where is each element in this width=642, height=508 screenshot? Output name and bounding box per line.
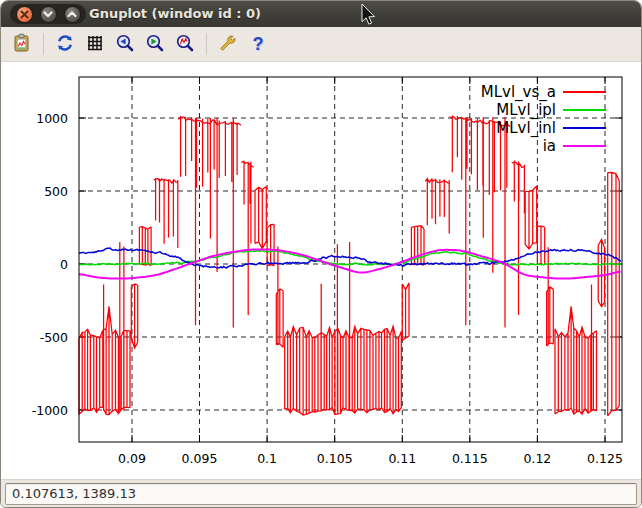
chevron-down-icon xyxy=(43,11,53,18)
close-icon xyxy=(20,10,29,19)
toolbar: ? xyxy=(1,27,641,62)
magnifier-right-arrow-icon xyxy=(145,33,165,56)
help-button[interactable]: ? xyxy=(244,30,272,58)
replot-button[interactable] xyxy=(51,30,79,58)
mouse-coordinates-field: 0.107613, 1389.13 xyxy=(5,483,637,505)
statusbar: 0.107613, 1389.13 xyxy=(1,479,641,508)
window-buttons xyxy=(10,4,86,24)
options-button[interactable] xyxy=(214,30,242,58)
clipboard-icon xyxy=(12,33,32,56)
toolbar-separator xyxy=(206,33,207,55)
refresh-icon xyxy=(55,33,75,56)
magnifier-left-arrow-icon xyxy=(115,33,135,56)
maximize-button[interactable] xyxy=(64,6,81,23)
titlebar[interactable]: Gnuplot (window id : 0) xyxy=(1,1,641,27)
zoom-previous-button[interactable] xyxy=(111,30,139,58)
wrench-icon xyxy=(218,33,238,56)
window-title: Gnuplot (window id : 0) xyxy=(89,1,261,27)
zoom-next-button[interactable] xyxy=(141,30,169,58)
toggle-grid-button[interactable] xyxy=(81,30,109,58)
grid-icon xyxy=(85,33,105,56)
magnifier-plot-icon xyxy=(175,33,195,56)
help-icon: ? xyxy=(253,35,264,53)
copy-to-clipboard-button[interactable] xyxy=(8,30,36,58)
gnuplot-window: Gnuplot (window id : 0) xyxy=(0,0,642,508)
close-button[interactable] xyxy=(16,6,33,23)
plot-canvas[interactable] xyxy=(1,62,641,479)
toolbar-separator xyxy=(43,33,44,55)
autoscale-button[interactable] xyxy=(171,30,199,58)
chevron-up-icon xyxy=(67,11,77,18)
minimize-button[interactable] xyxy=(40,6,57,23)
